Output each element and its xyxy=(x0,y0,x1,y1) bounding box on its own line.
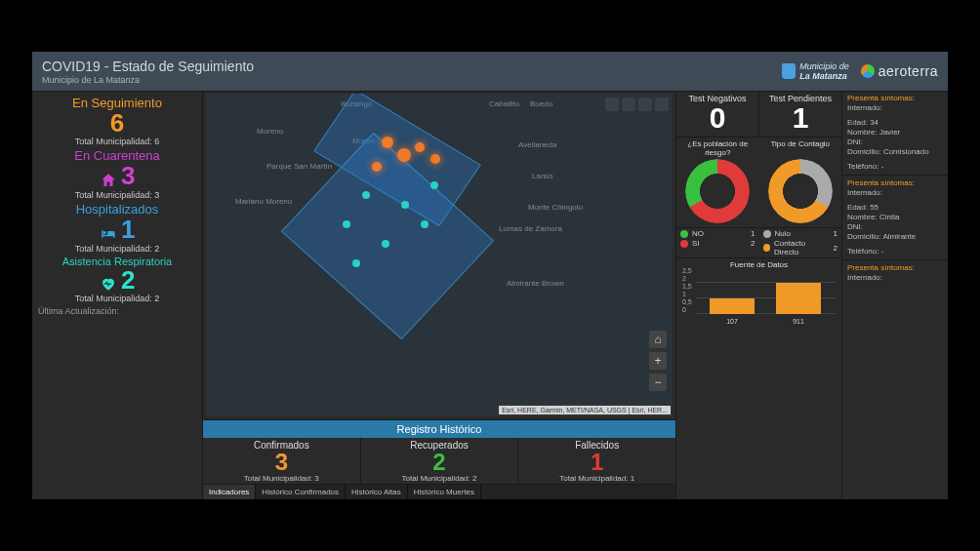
heart-pulse-icon xyxy=(100,275,117,293)
riesgo-legend: NO1 SI2 xyxy=(676,228,759,257)
map-dot[interactable] xyxy=(362,191,370,199)
test-neg-value: 0 xyxy=(676,103,758,133)
map-dot[interactable] xyxy=(421,220,429,228)
map-dot-cluster[interactable] xyxy=(382,137,393,148)
patient-card[interactable]: Presenta síntomas: Internado: Edad: 34 N… xyxy=(842,91,948,176)
map-dot[interactable] xyxy=(382,240,389,248)
riesgo-title: ¿Es población de riesgo? xyxy=(678,139,757,157)
map-dot[interactable] xyxy=(430,181,438,189)
map-toolbar xyxy=(605,98,669,111)
hospitalizados-row: 1 xyxy=(34,216,200,243)
brand-aeroterra: aeroterra xyxy=(861,63,938,79)
map-label: Boedo xyxy=(530,99,552,108)
legend-swatch-directo xyxy=(763,244,771,252)
last-update-label: Última Actualización: xyxy=(34,306,200,316)
map-label: Caballito xyxy=(489,99,519,108)
hospitalizados-sub: Total Municipalidad: 2 xyxy=(34,244,200,254)
fuente-bar-911 xyxy=(776,283,821,314)
map[interactable]: Moreno Ituzaingó Morón Caballito Boedo A… xyxy=(206,94,673,416)
page-subtitle: Municipio de La Matanza xyxy=(42,75,254,85)
fuente-bar-107 xyxy=(710,298,755,314)
map-zoom-in-button[interactable]: + xyxy=(649,352,667,370)
map-tool-icon[interactable] xyxy=(655,98,669,111)
dashboard: COVID19 - Estado de Seguimiento Municipi… xyxy=(31,51,949,500)
patient-card[interactable]: Presenta síntomas: Internado: xyxy=(842,260,948,286)
crest-icon xyxy=(782,63,796,79)
map-label: Lomas de Zamora xyxy=(499,224,562,233)
map-tool-icon[interactable] xyxy=(605,98,619,111)
map-home-button[interactable]: ⌂ xyxy=(649,331,667,348)
right-charts-panel: Test Negativos 0 Test Pendientes 1 ¿Es p… xyxy=(676,91,842,499)
fallecidos-value: 1 xyxy=(518,451,675,474)
map-zoom-out-button[interactable]: − xyxy=(649,374,667,391)
contagio-legend: Nulo1 Contacto Directo2 xyxy=(759,228,842,257)
brand-municipio: Municipio de La Matanza xyxy=(782,61,849,81)
tab-indicadores[interactable]: Indicadores xyxy=(203,485,256,499)
legend-swatch-no xyxy=(680,230,688,238)
map-dot[interactable] xyxy=(352,259,360,267)
respiratoria-value: 2 xyxy=(121,265,135,295)
respiratoria-label: Asistencia Respiratoria xyxy=(34,256,200,267)
contagio-donut-chart xyxy=(768,159,833,223)
left-metrics-panel: En Seguimiento 6 Total Municipalidad: 6 … xyxy=(32,91,203,499)
map-attribution: Esri, HERE, Garmin, METI/NASA, USGS | Es… xyxy=(499,406,671,414)
map-tool-icon[interactable] xyxy=(638,98,652,111)
map-label: Parque San Martín xyxy=(266,162,332,171)
page-title: COVID19 - Estado de Seguimiento xyxy=(42,59,254,74)
riesgo-donut-chart xyxy=(685,159,750,223)
header-bar: COVID19 - Estado de Seguimiento Municipi… xyxy=(32,52,948,92)
tab-hist-muertes[interactable]: Histórico Muertes xyxy=(408,485,481,499)
fuente-panel: Fuente de Datos 0 0,5 1 1,5 2 2,5 107 xyxy=(676,257,841,324)
recuperados-sub: Total Municipalidad: 2 xyxy=(361,474,518,483)
cuarentena-row: 3 xyxy=(34,163,200,189)
map-label: Almirante Brown xyxy=(507,279,564,288)
hospitalizados-label: Hospitalizados xyxy=(34,202,200,216)
seguimiento-value: 6 xyxy=(34,110,200,136)
historico-tabs: Indicadores Histórico Confirmados Histór… xyxy=(203,484,675,499)
contagio-title: Tipo de Contagio xyxy=(761,139,840,157)
test-pen-value: 1 xyxy=(759,103,841,133)
map-label: Avellaneda xyxy=(518,140,556,149)
respiratoria-sub: Total Municipalidad: 2 xyxy=(34,294,200,303)
confirmados-value: 3 xyxy=(203,451,360,474)
map-tool-icon[interactable] xyxy=(622,98,635,111)
fuente-bar-chart: 0 0,5 1 1,5 2 2,5 107 911 xyxy=(682,271,836,324)
historico-title: Registro Histórico xyxy=(203,420,675,438)
patients-panel: Presenta síntomas: Internado: Edad: 34 N… xyxy=(842,91,948,499)
fallecidos-sub: Total Municipalidad: 1 xyxy=(518,474,675,483)
cuarentena-sub: Total Municipalidad: 3 xyxy=(34,190,200,200)
respiratoria-row: 2 xyxy=(34,267,200,294)
tab-hist-altas[interactable]: Histórico Altas xyxy=(346,485,408,499)
map-dot-cluster[interactable] xyxy=(415,142,425,152)
hospitalizados-value: 1 xyxy=(121,215,135,244)
map-dot-cluster[interactable] xyxy=(372,162,382,172)
svg-point-0 xyxy=(102,231,105,234)
legend-swatch-nulo xyxy=(763,230,771,238)
confirmados-sub: Total Municipalidad: 3 xyxy=(203,474,360,483)
historico-panel: Registro Histórico Confirmados 3 Total M… xyxy=(203,419,675,499)
cuarentena-value: 3 xyxy=(121,161,135,190)
map-dot-cluster[interactable] xyxy=(397,148,411,162)
map-label: Mariano Moreno xyxy=(235,197,292,206)
legend-swatch-si xyxy=(680,240,688,248)
cuarentena-label: En Cuarentena xyxy=(34,148,200,163)
map-dot-cluster[interactable] xyxy=(430,154,440,164)
map-label: Lanús xyxy=(532,172,553,180)
map-dot[interactable] xyxy=(343,220,350,228)
fuente-title: Fuente de Datos xyxy=(676,258,841,271)
globe-icon xyxy=(861,64,875,78)
map-dot[interactable] xyxy=(401,201,409,209)
seguimiento-sub: Total Municipalidad: 6 xyxy=(34,137,200,146)
patient-card[interactable]: Presenta síntomas: Internado: Edad: 55 N… xyxy=(842,176,948,260)
map-label: Moreno xyxy=(257,127,283,136)
home-icon xyxy=(100,172,117,189)
map-label: Monte Chingolo xyxy=(528,203,583,212)
tab-hist-confirmados[interactable]: Histórico Confirmados xyxy=(256,485,346,499)
bed-icon xyxy=(100,225,117,243)
recuperados-value: 2 xyxy=(361,451,518,474)
